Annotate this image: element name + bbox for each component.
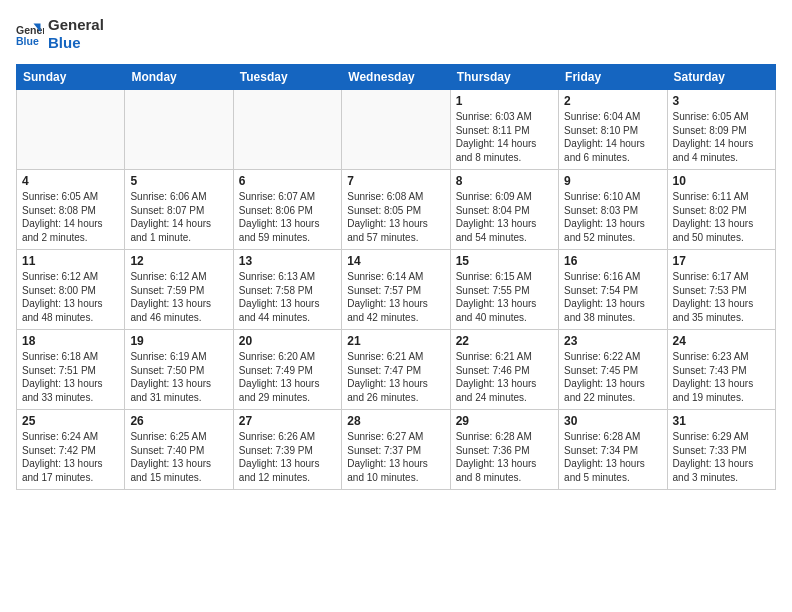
calendar-cell: 26Sunrise: 6:25 AM Sunset: 7:40 PM Dayli…: [125, 410, 233, 490]
calendar-cell: 16Sunrise: 6:16 AM Sunset: 7:54 PM Dayli…: [559, 250, 667, 330]
logo-blue: Blue: [48, 34, 104, 52]
day-number: 31: [673, 414, 770, 428]
day-number: 2: [564, 94, 661, 108]
day-detail: Sunrise: 6:07 AM Sunset: 8:06 PM Dayligh…: [239, 190, 336, 244]
day-detail: Sunrise: 6:19 AM Sunset: 7:50 PM Dayligh…: [130, 350, 227, 404]
calendar-cell: 13Sunrise: 6:13 AM Sunset: 7:58 PM Dayli…: [233, 250, 341, 330]
page-header: General Blue General Blue: [16, 16, 776, 52]
calendar-week-1: 1Sunrise: 6:03 AM Sunset: 8:11 PM Daylig…: [17, 90, 776, 170]
day-detail: Sunrise: 6:28 AM Sunset: 7:34 PM Dayligh…: [564, 430, 661, 484]
day-detail: Sunrise: 6:05 AM Sunset: 8:08 PM Dayligh…: [22, 190, 119, 244]
day-number: 10: [673, 174, 770, 188]
day-number: 5: [130, 174, 227, 188]
calendar-week-3: 11Sunrise: 6:12 AM Sunset: 8:00 PM Dayli…: [17, 250, 776, 330]
calendar-cell: [342, 90, 450, 170]
day-number: 14: [347, 254, 444, 268]
calendar-week-2: 4Sunrise: 6:05 AM Sunset: 8:08 PM Daylig…: [17, 170, 776, 250]
day-header-thursday: Thursday: [450, 65, 558, 90]
day-number: 28: [347, 414, 444, 428]
calendar-cell: 18Sunrise: 6:18 AM Sunset: 7:51 PM Dayli…: [17, 330, 125, 410]
calendar-week-5: 25Sunrise: 6:24 AM Sunset: 7:42 PM Dayli…: [17, 410, 776, 490]
day-number: 19: [130, 334, 227, 348]
calendar-cell: 30Sunrise: 6:28 AM Sunset: 7:34 PM Dayli…: [559, 410, 667, 490]
calendar-header-row: SundayMondayTuesdayWednesdayThursdayFrid…: [17, 65, 776, 90]
day-detail: Sunrise: 6:26 AM Sunset: 7:39 PM Dayligh…: [239, 430, 336, 484]
calendar-cell: 2Sunrise: 6:04 AM Sunset: 8:10 PM Daylig…: [559, 90, 667, 170]
day-number: 30: [564, 414, 661, 428]
calendar-cell: 22Sunrise: 6:21 AM Sunset: 7:46 PM Dayli…: [450, 330, 558, 410]
day-number: 4: [22, 174, 119, 188]
calendar-cell: 14Sunrise: 6:14 AM Sunset: 7:57 PM Dayli…: [342, 250, 450, 330]
day-detail: Sunrise: 6:09 AM Sunset: 8:04 PM Dayligh…: [456, 190, 553, 244]
calendar-cell: 9Sunrise: 6:10 AM Sunset: 8:03 PM Daylig…: [559, 170, 667, 250]
day-number: 21: [347, 334, 444, 348]
day-number: 22: [456, 334, 553, 348]
calendar-cell: 27Sunrise: 6:26 AM Sunset: 7:39 PM Dayli…: [233, 410, 341, 490]
calendar-cell: 17Sunrise: 6:17 AM Sunset: 7:53 PM Dayli…: [667, 250, 775, 330]
calendar-cell: 20Sunrise: 6:20 AM Sunset: 7:49 PM Dayli…: [233, 330, 341, 410]
day-header-tuesday: Tuesday: [233, 65, 341, 90]
day-detail: Sunrise: 6:21 AM Sunset: 7:47 PM Dayligh…: [347, 350, 444, 404]
calendar-cell: 5Sunrise: 6:06 AM Sunset: 8:07 PM Daylig…: [125, 170, 233, 250]
day-detail: Sunrise: 6:10 AM Sunset: 8:03 PM Dayligh…: [564, 190, 661, 244]
day-detail: Sunrise: 6:28 AM Sunset: 7:36 PM Dayligh…: [456, 430, 553, 484]
day-detail: Sunrise: 6:22 AM Sunset: 7:45 PM Dayligh…: [564, 350, 661, 404]
calendar-cell: 10Sunrise: 6:11 AM Sunset: 8:02 PM Dayli…: [667, 170, 775, 250]
calendar-cell: 24Sunrise: 6:23 AM Sunset: 7:43 PM Dayli…: [667, 330, 775, 410]
day-detail: Sunrise: 6:25 AM Sunset: 7:40 PM Dayligh…: [130, 430, 227, 484]
day-detail: Sunrise: 6:15 AM Sunset: 7:55 PM Dayligh…: [456, 270, 553, 324]
day-number: 7: [347, 174, 444, 188]
day-number: 6: [239, 174, 336, 188]
day-detail: Sunrise: 6:12 AM Sunset: 8:00 PM Dayligh…: [22, 270, 119, 324]
day-number: 23: [564, 334, 661, 348]
day-number: 9: [564, 174, 661, 188]
calendar-cell: 28Sunrise: 6:27 AM Sunset: 7:37 PM Dayli…: [342, 410, 450, 490]
calendar-cell: [17, 90, 125, 170]
day-detail: Sunrise: 6:17 AM Sunset: 7:53 PM Dayligh…: [673, 270, 770, 324]
day-detail: Sunrise: 6:21 AM Sunset: 7:46 PM Dayligh…: [456, 350, 553, 404]
calendar-cell: 19Sunrise: 6:19 AM Sunset: 7:50 PM Dayli…: [125, 330, 233, 410]
day-header-saturday: Saturday: [667, 65, 775, 90]
day-number: 24: [673, 334, 770, 348]
day-number: 11: [22, 254, 119, 268]
day-number: 12: [130, 254, 227, 268]
calendar-cell: 3Sunrise: 6:05 AM Sunset: 8:09 PM Daylig…: [667, 90, 775, 170]
calendar-cell: 8Sunrise: 6:09 AM Sunset: 8:04 PM Daylig…: [450, 170, 558, 250]
logo-general: General: [48, 16, 104, 34]
day-number: 8: [456, 174, 553, 188]
calendar-cell: [125, 90, 233, 170]
day-detail: Sunrise: 6:14 AM Sunset: 7:57 PM Dayligh…: [347, 270, 444, 324]
calendar-cell: 11Sunrise: 6:12 AM Sunset: 8:00 PM Dayli…: [17, 250, 125, 330]
day-number: 13: [239, 254, 336, 268]
calendar-cell: 1Sunrise: 6:03 AM Sunset: 8:11 PM Daylig…: [450, 90, 558, 170]
day-detail: Sunrise: 6:16 AM Sunset: 7:54 PM Dayligh…: [564, 270, 661, 324]
day-detail: Sunrise: 6:13 AM Sunset: 7:58 PM Dayligh…: [239, 270, 336, 324]
day-number: 1: [456, 94, 553, 108]
calendar-cell: [233, 90, 341, 170]
day-detail: Sunrise: 6:24 AM Sunset: 7:42 PM Dayligh…: [22, 430, 119, 484]
day-header-wednesday: Wednesday: [342, 65, 450, 90]
day-detail: Sunrise: 6:27 AM Sunset: 7:37 PM Dayligh…: [347, 430, 444, 484]
day-number: 16: [564, 254, 661, 268]
day-number: 3: [673, 94, 770, 108]
calendar-cell: 31Sunrise: 6:29 AM Sunset: 7:33 PM Dayli…: [667, 410, 775, 490]
day-header-friday: Friday: [559, 65, 667, 90]
day-detail: Sunrise: 6:06 AM Sunset: 8:07 PM Dayligh…: [130, 190, 227, 244]
day-detail: Sunrise: 6:12 AM Sunset: 7:59 PM Dayligh…: [130, 270, 227, 324]
calendar-cell: 21Sunrise: 6:21 AM Sunset: 7:47 PM Dayli…: [342, 330, 450, 410]
calendar-cell: 23Sunrise: 6:22 AM Sunset: 7:45 PM Dayli…: [559, 330, 667, 410]
logo: General Blue General Blue: [16, 16, 104, 52]
calendar-cell: 25Sunrise: 6:24 AM Sunset: 7:42 PM Dayli…: [17, 410, 125, 490]
day-detail: Sunrise: 6:23 AM Sunset: 7:43 PM Dayligh…: [673, 350, 770, 404]
day-number: 18: [22, 334, 119, 348]
calendar-cell: 15Sunrise: 6:15 AM Sunset: 7:55 PM Dayli…: [450, 250, 558, 330]
day-number: 20: [239, 334, 336, 348]
day-number: 26: [130, 414, 227, 428]
logo-icon: General Blue: [16, 20, 44, 48]
calendar-cell: 29Sunrise: 6:28 AM Sunset: 7:36 PM Dayli…: [450, 410, 558, 490]
day-number: 15: [456, 254, 553, 268]
day-detail: Sunrise: 6:20 AM Sunset: 7:49 PM Dayligh…: [239, 350, 336, 404]
day-detail: Sunrise: 6:11 AM Sunset: 8:02 PM Dayligh…: [673, 190, 770, 244]
day-detail: Sunrise: 6:18 AM Sunset: 7:51 PM Dayligh…: [22, 350, 119, 404]
day-header-monday: Monday: [125, 65, 233, 90]
